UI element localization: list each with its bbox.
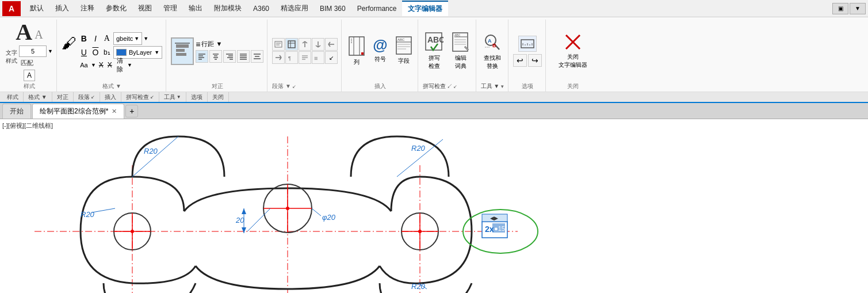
menu-annotation[interactable]: 注释 [75, 1, 100, 16]
insert-col-btn[interactable]: 列 [346, 35, 367, 67]
style-group-label: 样式 [6, 82, 53, 92]
menu-addons[interactable]: 附加模块 [208, 1, 247, 16]
menu-performance[interactable]: Performance [351, 2, 403, 15]
para-icon-2 [288, 40, 296, 48]
menu-manage[interactable]: 管理 [158, 1, 183, 16]
ribbon-label-align[interactable]: 对正 [52, 92, 74, 102]
ribbon-group-style: A A 文字样式 ▼ 匹配 A [2, 20, 57, 92]
subscript-button[interactable]: b₁ [102, 47, 112, 58]
para-group-content: ¶ ≡ ↙ [272, 21, 338, 81]
menu-default[interactable]: 默认 [24, 1, 49, 16]
aa-button[interactable]: Aa [79, 60, 89, 70]
style-icon-btn[interactable]: A [24, 70, 35, 81]
tab-drawing-label: 绘制平面图2综合范例* [40, 106, 108, 116]
svg-rect-3 [176, 53, 186, 56]
win-dropdown[interactable]: ▼ [850, 3, 866, 14]
svg-text:R20: R20 [144, 147, 158, 155]
tab-close-btn[interactable]: ✕ [112, 108, 117, 115]
para-btn-9[interactable]: ≡ [312, 51, 324, 64]
text-style-label: 文字样式 [6, 49, 17, 65]
ribbon-group-align: ≡ 行距 ▼ [167, 20, 267, 92]
tab-drawing[interactable]: 绘制平面图2综合范例* ✕ [32, 104, 124, 119]
uppercase-button[interactable]: A [102, 33, 112, 44]
para-arrow: ↙ [292, 84, 296, 89]
para-btn-1[interactable] [272, 38, 285, 51]
ribbon-label-close[interactable]: 关闭 [208, 92, 229, 102]
svg-rect-52 [361, 52, 364, 55]
menu-featured[interactable]: 精选应用 [275, 1, 314, 16]
spellcheck-btn[interactable]: ABC 拼写 检查 [423, 31, 446, 71]
undo-btn[interactable]: ↩ [513, 54, 527, 67]
close-editor-btn[interactable]: 关闭 文字编辑器 [555, 31, 591, 71]
svg-text:ABC: ABC [397, 38, 405, 41]
font-name-select[interactable]: gbeitc ▼ [113, 32, 142, 45]
ribbon-label-tools[interactable]: 工具▼ [159, 92, 186, 102]
ruler-icon [521, 37, 534, 50]
para-btn-4[interactable] [312, 38, 324, 51]
line-spacing-btn[interactable]: ≡ 行距 ▼ [196, 40, 263, 49]
align-center-btn[interactable] [209, 50, 222, 63]
tab-home[interactable]: 开始 [2, 104, 31, 119]
tools-group-label: 工具 ▼ ▼ [481, 82, 505, 92]
ribbon-label-spellcheck[interactable]: 拼写检查↙ [121, 92, 159, 102]
ribbon-label-para[interactable]: 段落↙ [74, 92, 100, 102]
svg-rect-1 [176, 44, 189, 48]
font-size-arrow[interactable]: ▼ [48, 48, 53, 54]
menu-output[interactable]: 输出 [183, 1, 208, 16]
win-restore[interactable]: ▣ [832, 3, 848, 14]
font-size-input[interactable] [19, 45, 47, 57]
format-arrow-dropdown[interactable]: ▼ [143, 36, 148, 41]
align-distribute-btn[interactable] [251, 50, 263, 63]
menu-text-editor[interactable]: 文字编辑器 [402, 1, 448, 16]
clear-arrow[interactable]: ▼ [127, 62, 132, 68]
svg-text:ABC: ABC [427, 35, 443, 44]
spellcheck-icon: ABC [425, 32, 443, 53]
find-replace-label: 查找和 替换 [484, 54, 501, 70]
overline-button[interactable]: O [90, 47, 101, 58]
options-icon-1[interactable] [518, 36, 537, 52]
paint-format-btn[interactable]: 🖌 [62, 35, 77, 52]
symbol-icon: @ [373, 36, 387, 54]
para-btn-10[interactable]: ↙ [325, 51, 338, 64]
para-btn-3[interactable] [299, 38, 311, 51]
font-name-arrow[interactable]: ▼ [134, 36, 139, 41]
ribbon-label-options[interactable]: 选项 [186, 92, 208, 102]
ribbon-content: A A 文字样式 ▼ 匹配 A [0, 17, 868, 92]
tab-add-btn[interactable]: + [125, 105, 138, 117]
align-justify-btn[interactable] [237, 50, 250, 63]
x-strikethrough[interactable]: X [98, 60, 105, 70]
match-button[interactable]: 匹配 [19, 58, 53, 68]
menu-parametric[interactable]: 参数化 [100, 1, 132, 16]
color-arrow[interactable]: ▼ [154, 50, 159, 55]
menu-a360[interactable]: A360 [247, 2, 275, 15]
align-left-btn[interactable] [196, 50, 208, 63]
insert-sym-btn[interactable]: @ 符号 [370, 35, 389, 67]
para-btn-6[interactable] [272, 51, 285, 64]
find-replace-btn[interactable]: A B 查找和 替换 [481, 31, 504, 71]
align-right-btn[interactable] [223, 50, 236, 63]
align-top-left-btn[interactable] [171, 37, 194, 65]
x2-strikethrough[interactable]: X [106, 60, 113, 70]
drawing-area: [-][俯视][二维线框] [0, 119, 868, 293]
italic-button[interactable]: I [90, 33, 101, 44]
para-btn-7[interactable]: ¶ [285, 51, 298, 64]
menu-bim360[interactable]: BIM 360 [314, 2, 351, 15]
text-style-a-large[interactable]: A [16, 21, 32, 44]
app-logo[interactable]: A [2, 1, 21, 16]
insert-field-btn[interactable]: ABC 字段 [393, 35, 414, 67]
ribbon-label-insert[interactable]: 插入 [100, 92, 121, 102]
aa-arrow[interactable]: ▼ [91, 62, 96, 68]
menu-view[interactable]: 视图 [132, 1, 158, 16]
para-btn-2[interactable] [285, 38, 298, 51]
para-btn-5[interactable] [325, 38, 338, 51]
underline-button[interactable]: U [79, 47, 89, 58]
ribbon-label-style[interactable]: 样式 [2, 92, 24, 102]
ribbon-label-format[interactable]: 格式 ▼ [24, 92, 52, 102]
redo-btn[interactable]: ↪ [528, 54, 542, 67]
text-style-a-small[interactable]: A [35, 28, 43, 41]
menu-insert[interactable]: 插入 [49, 1, 75, 16]
clear-button[interactable]: 清除 [115, 60, 125, 70]
edit-dictionary-btn[interactable]: ABC 编辑 词典 [449, 31, 472, 71]
para-btn-8[interactable] [299, 51, 311, 64]
bold-button[interactable]: B [79, 33, 89, 44]
